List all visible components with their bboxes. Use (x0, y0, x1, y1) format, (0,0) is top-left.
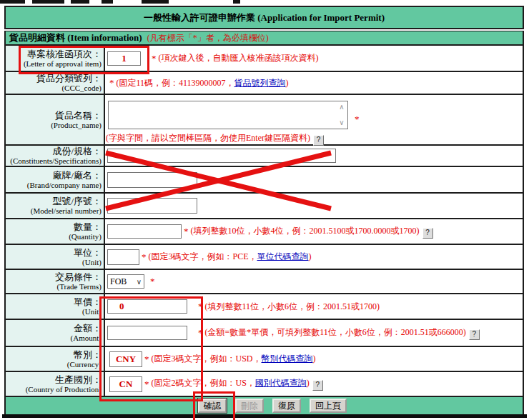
amount-label: 金額： (Amount) (6, 320, 105, 346)
row-constituents: 成份/規格： (Constituents/Specifications) (6, 146, 523, 167)
unit-price-label: 單價： (Unit) (6, 294, 105, 319)
unit-note: (固定3碼文字，例如：PCE，單位代碼查詢) (149, 251, 312, 263)
bottom-border-line (2, 414, 527, 418)
required-asterisk: * (184, 226, 189, 237)
row-trade-terms: 交易條件： (Trade Terms) FOB ∨ * (6, 270, 523, 294)
required-asterisk: * (144, 379, 149, 390)
unit-label: 單位： (Unit) (6, 245, 105, 269)
section-title: 貨品明細資料 (Item information) (9, 32, 142, 43)
top-crop-mark (32, 0, 64, 4)
unit-price-note: (填列整數11位，小數6位，例：2001.51或1700) (205, 301, 380, 313)
unit-input[interactable] (107, 249, 139, 265)
country-label: 生產國別： (Country of Production) (6, 372, 105, 396)
help-icon[interactable]: ? (313, 135, 324, 146)
trade-terms-select[interactable]: FOB ∨ (107, 274, 144, 289)
approval-item-label: 專案核准函項次： (Letter of approval item) (6, 46, 105, 71)
country-note: (固定2碼文字，例如：US，國別代碼查詢)? (152, 377, 323, 391)
unit-code-lookup-link[interactable]: 單位代碼查詢 (257, 251, 309, 261)
row-amount: 金額： (Amount) * (金額=數量*單價，可填列整數11位，小數6位，例… (6, 320, 523, 347)
ccc-code-label: 貨品分類號列： (CCC_code) (6, 72, 105, 94)
required-asterisk: * (150, 276, 155, 287)
top-crop-mark (71, 0, 89, 4)
required-fields-note: (凡有標示「*」者，為必填欄位) (147, 33, 269, 43)
constituents-label: 成份/規格： (Constituents/Specifications) (6, 146, 105, 166)
approval-item-input[interactable] (107, 51, 141, 66)
item-information-table: 專案核准函項次： (Letter of approval item) * (項次… (4, 46, 524, 414)
currency-note: (固定3碼文字，例如：USD，幣別代碼查詢) (152, 353, 316, 365)
delete-button: 刪除 (235, 399, 264, 413)
required-asterisk: * (198, 301, 203, 312)
row-brand: 廠牌/廠名： (Brand/company name) (6, 167, 523, 194)
brand-input[interactable] (107, 172, 197, 188)
scroll-down-icon[interactable]: ∨ (337, 118, 347, 128)
trade-terms-label: 交易條件： (Trade Terms) (6, 270, 105, 293)
row-ccc-code: 貨品分類號列： (CCC_code) * (固定11碼，例：4113900000… (6, 72, 523, 95)
top-crop-mark (233, 0, 240, 4)
product-name-textarea[interactable]: ∧ ∨ (108, 101, 348, 129)
quantity-input[interactable] (107, 224, 182, 239)
amount-note: (金額=數量*單價，可填列整數11位，小數6位，例：2001.51或666000… (205, 326, 480, 340)
scroll-up-icon[interactable]: ∧ (337, 102, 347, 112)
row-country: 生產國別： (Country of Production) * (固定2碼文字，… (6, 372, 523, 397)
product-name-label: 貨品名稱： (Product_name) (6, 95, 105, 144)
amount-input[interactable] (107, 326, 187, 340)
model-input[interactable] (107, 198, 197, 214)
required-asterisk: * (152, 53, 157, 64)
top-crop-mark (102, 0, 113, 4)
row-quantity: 數量： (Quantity) * (填列整數10位，小數4位，例：2001.51… (6, 219, 523, 245)
brand-label: 廠牌/廠名： (Brand/company name) (6, 167, 105, 192)
unit-price-input[interactable] (107, 299, 187, 314)
approval-item-note: (項次鍵入後，自動匯入核准函該項次資料) (159, 52, 319, 64)
row-unit: 單位： (Unit) * (固定3碼文字，例如：PCE，單位代碼查詢) (6, 245, 523, 270)
back-button[interactable]: 回上頁 (310, 399, 347, 413)
quantity-label: 數量： (Quantity) (6, 219, 105, 244)
row-approval-item: 專案核准函項次： (Letter of approval item) * (項次… (6, 46, 523, 72)
row-unit-price: 單價： (Unit) * (填列整數11位，小數6位，例：2001.51或170… (6, 294, 523, 320)
country-input[interactable] (109, 376, 142, 392)
required-asterisk: * (144, 354, 149, 365)
constituents-input[interactable] (107, 149, 336, 163)
chevron-down-icon: ∨ (137, 278, 142, 286)
ccc-code-lookup-link[interactable]: 貨品號列查詢 (234, 78, 286, 88)
top-crop-mark (0, 0, 25, 4)
quantity-note: (填列整數10位，小數4位，例：2001.5100或1700.0000或1700… (191, 225, 433, 239)
required-asterisk: * (355, 114, 360, 125)
row-model: 型號/序號： (Model/serial number) (6, 194, 523, 219)
page-title: 一般性輸入許可證申辦作業 (Application for Import Per… (4, 6, 524, 29)
row-product-name: 貨品名稱： (Product_name) ∧ ∨ * (字與字間，請以空間棒區隔… (6, 95, 523, 146)
required-asterisk: * (142, 251, 147, 263)
help-icon[interactable]: ? (469, 329, 480, 340)
help-icon[interactable]: ? (312, 380, 323, 391)
required-asterisk: * (198, 327, 203, 339)
confirm-button[interactable]: 確認 (198, 399, 227, 413)
currency-input[interactable] (109, 351, 142, 367)
restore-button[interactable]: 復原 (272, 399, 301, 413)
product-name-note: (字與字間，請以空間棒區隔，勿使用Enter鍵區隔資料)? (106, 132, 324, 146)
top-crop-mark (142, 0, 169, 4)
row-currency: 幣別： (Currency) * (固定3碼文字，例如：USD，幣別代碼查詢) (6, 347, 523, 372)
button-bar: 確認 刪除 復原 回上頁 (6, 397, 523, 414)
trade-terms-value: FOB (110, 276, 127, 287)
required-asterisk: * (109, 77, 114, 89)
country-code-lookup-link[interactable]: 國別代碼查詢 (255, 378, 307, 388)
help-icon[interactable]: ? (422, 228, 433, 239)
section-bar: 貨品明細資料 (Item information) (凡有標示「*」者，為必填欄… (4, 31, 524, 46)
import-permit-page: 一般性輸入許可證申辦作業 (Application for Import Per… (0, 0, 529, 420)
ccc-code-note: (固定11碼，例：41139000007，貨品號列查詢) (117, 77, 289, 89)
model-label: 型號/序號： (Model/serial number) (6, 194, 105, 218)
currency-label: 幣別： (Currency) (6, 347, 105, 371)
currency-code-lookup-link[interactable]: 幣別代碼查詢 (262, 354, 313, 364)
